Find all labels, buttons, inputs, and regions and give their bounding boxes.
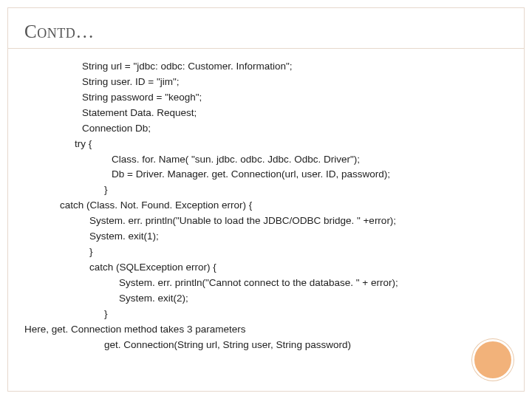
- code-line: System. err. println("Cannot connect to …: [24, 276, 508, 291]
- code-line: catch (SQLException error) {: [24, 260, 508, 276]
- code-line: System. err. println("Unable to load the…: [24, 214, 508, 229]
- code-line: }: [24, 183, 508, 198]
- slide-frame: Contd… String url = "jdbc: odbc: Custome…: [7, 7, 525, 392]
- code-line: }: [24, 307, 508, 322]
- code-line: System. exit(1);: [24, 229, 508, 245]
- slide-title: Contd…: [24, 21, 508, 42]
- code-line: String user. ID = "jim";: [24, 75, 508, 90]
- code-line: System. exit(2);: [24, 291, 508, 307]
- decorative-circle-icon: [472, 339, 514, 381]
- code-line: Db = Driver. Manager. get. Connection(ur…: [24, 167, 508, 183]
- code-line: catch (Class. Not. Found. Exception erro…: [24, 198, 508, 214]
- code-line: }: [24, 245, 508, 260]
- note-line: get. Connection(String url, String user,…: [24, 338, 508, 353]
- note-line: Here, get. Connection method takes 3 par…: [24, 322, 508, 338]
- code-line: Statement Data. Request;: [24, 106, 508, 121]
- title-wrap: Contd…: [8, 21, 524, 49]
- code-line: try {: [24, 137, 508, 152]
- code-line: String password = "keogh";: [24, 90, 508, 106]
- code-line: String url = "jdbc: odbc: Customer. Info…: [24, 59, 508, 75]
- code-line: Class. for. Name( "sun. jdbc. odbc. Jdbc…: [24, 152, 508, 168]
- code-line: Connection Db;: [24, 121, 508, 137]
- code-block: String url = "jdbc: odbc: Customer. Info…: [8, 49, 524, 353]
